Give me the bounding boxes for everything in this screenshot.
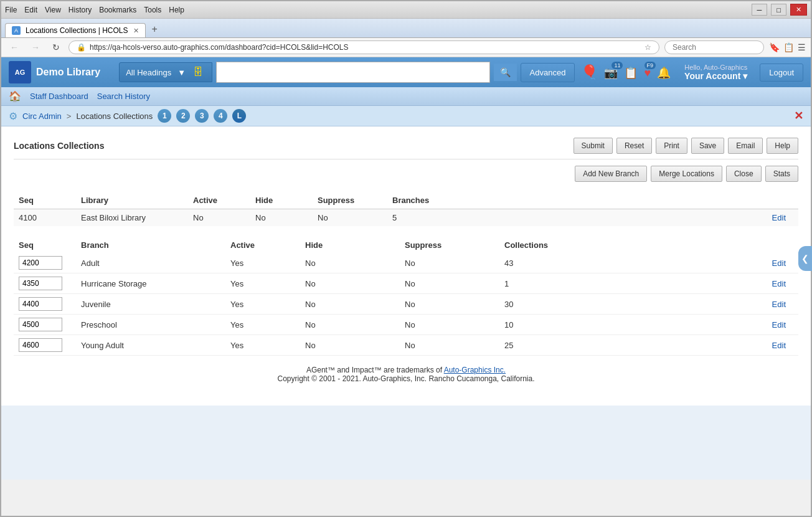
locations-collections-crumb: Locations Collections (76, 111, 153, 121)
main-library-row: 4100 East Biloxi Library No No No 5 Edit (14, 209, 798, 227)
search-input[interactable] (220, 68, 485, 77)
stats-btn[interactable]: Stats (765, 166, 798, 182)
sidebar-toggle-btn[interactable]: ❮ (798, 246, 812, 271)
step-2-btn[interactable]: 2 (176, 109, 190, 123)
list-icon-btn[interactable]: 📋 (624, 65, 638, 80)
menu-view[interactable]: View (45, 6, 61, 14)
branch-edit-btn-3[interactable]: Edit (772, 320, 786, 330)
app-logo: AG Demo Library (9, 61, 100, 83)
branch-col-active: Active (225, 237, 300, 253)
forward-btn[interactable]: → (27, 41, 44, 54)
breadcrumb-close-btn[interactable]: ✕ (794, 109, 803, 123)
window-maximize[interactable]: □ (771, 4, 786, 16)
menu-file[interactable]: File (5, 6, 17, 14)
your-account-btn[interactable]: Your Account ▾ (684, 71, 747, 81)
window-minimize[interactable]: ─ (752, 4, 768, 16)
reload-btn[interactable]: ↻ (49, 41, 64, 54)
active-tab[interactable]: A Locations Collections | HCOLS ✕ (5, 23, 146, 37)
add-new-branch-btn[interactable]: Add New Branch (575, 166, 647, 182)
branch-edit-btn-2[interactable]: Edit (772, 300, 786, 309)
branch-seq-input-4[interactable] (19, 338, 62, 352)
main-active: No (188, 209, 250, 227)
main-branches: 5 (387, 209, 450, 227)
window-close[interactable]: ✕ (790, 4, 807, 16)
menu-edit[interactable]: Edit (24, 6, 37, 14)
new-tab-btn[interactable]: + (147, 21, 163, 37)
branch-name-3: Preschool (76, 315, 225, 335)
help-btn[interactable]: Help (767, 138, 798, 154)
footer-company-link[interactable]: Auto-Graphics Inc. (444, 366, 506, 374)
browser-search-input[interactable] (664, 40, 764, 54)
branch-hide-4: No (300, 335, 400, 356)
merge-locations-btn[interactable]: Merge Locations (651, 166, 722, 182)
menu-history[interactable]: History (68, 6, 92, 14)
advanced-btn[interactable]: Advanced (521, 63, 575, 82)
branch-active-4: Yes (225, 335, 300, 356)
branch-edit-btn-1[interactable]: Edit (772, 279, 786, 288)
camera-icon-btn[interactable]: 📷 11 (604, 65, 618, 80)
bookmark-icon[interactable]: 🔖 (769, 42, 780, 52)
menu-tools[interactable]: Tools (144, 6, 161, 14)
branch-collections-0: 43 (499, 253, 574, 273)
search-area: All Headings ▼ 🗄 🔍 Advanced (119, 62, 575, 83)
home-icon[interactable]: 🏠 (9, 90, 21, 102)
submit-btn[interactable]: Submit (574, 138, 613, 154)
branch-active-0: Yes (225, 253, 300, 273)
step-l-btn[interactable]: L (232, 109, 246, 123)
save-btn[interactable]: Save (691, 138, 724, 154)
branch-edit-btn-4[interactable]: Edit (772, 341, 786, 350)
branch-seq-input-2[interactable] (19, 297, 62, 311)
branch-seq-input-0[interactable] (19, 256, 62, 270)
heading-select-btn[interactable]: All Headings ▼ 🗄 (119, 62, 212, 82)
branch-hide-1: No (300, 273, 400, 294)
step-3-btn[interactable]: 3 (195, 109, 209, 123)
branch-section: Seq Branch Active Hide Suppress Collecti… (14, 237, 798, 356)
menu-bookmarks[interactable]: Bookmarks (99, 6, 136, 14)
balloon-icon-btn[interactable]: 🎈 (581, 64, 598, 80)
step-4-btn[interactable]: 4 (214, 109, 227, 123)
address-text: https://qa-hcols-verso.auto-graphics.com… (90, 43, 641, 52)
star-icon[interactable]: ☆ (644, 43, 651, 52)
search-input-area[interactable] (216, 62, 489, 83)
main-edit-btn[interactable]: Edit (772, 213, 786, 222)
col-branches: Branches (387, 192, 450, 209)
browser-menu-icon[interactable]: ☰ (798, 42, 806, 52)
branch-active-3: Yes (225, 315, 300, 335)
heart-icon-btn[interactable]: ♥ F9 (644, 65, 651, 80)
circ-admin-crumb[interactable]: Circ Admin (22, 111, 62, 121)
branch-seq-input-3[interactable] (19, 318, 62, 331)
email-btn[interactable]: Email (728, 138, 763, 154)
header-icons: 🎈 📷 11 📋 ♥ F9 🔔 (581, 64, 671, 80)
search-history-link[interactable]: Search History (97, 92, 150, 101)
search-button[interactable]: 🔍 (494, 64, 517, 81)
branch-seq-input-1[interactable] (19, 277, 62, 290)
list-icon: 📋 (624, 67, 638, 79)
logo-img: AG (9, 61, 31, 83)
branch-col-edit-spacer (574, 237, 798, 253)
tab-close-btn[interactable]: ✕ (133, 27, 139, 35)
back-btn[interactable]: ← (6, 41, 22, 54)
top-btn-row: Submit Reset Print Save Email Help (574, 138, 798, 154)
step-1-btn[interactable]: 1 (158, 109, 171, 123)
reset-btn[interactable]: Reset (616, 138, 652, 154)
branch-active-2: Yes (225, 294, 300, 315)
app-title: Demo Library (36, 67, 100, 78)
address-bar[interactable]: 🔒 https://qa-hcols-verso.auto-graphics.c… (68, 40, 659, 54)
logout-btn[interactable]: Logout (760, 64, 803, 82)
branch-edit-btn-0[interactable]: Edit (772, 258, 786, 268)
branch-hide-0: No (300, 253, 400, 273)
branch-table: Seq Branch Active Hide Suppress Collecti… (14, 237, 798, 356)
bell-icon-btn[interactable]: 🔔 (657, 65, 671, 80)
browser-menu: File Edit View History Bookmarks Tools H… (5, 6, 184, 14)
heading-select-label: All Headings (126, 68, 171, 77)
col-seq: Seq (14, 192, 76, 209)
branch-suppress-3: No (400, 315, 499, 335)
menu-help[interactable]: Help (169, 6, 184, 14)
bell-icon: 🔔 (657, 67, 671, 79)
history-icon[interactable]: 📋 (783, 42, 794, 52)
close-btn[interactable]: Close (726, 166, 762, 182)
print-btn[interactable]: Print (656, 138, 687, 154)
staff-dashboard-link[interactable]: Staff Dashboard (30, 92, 88, 101)
branch-suppress-1: No (400, 273, 499, 294)
user-greeting: Hello, Auto-Graphics (684, 64, 747, 71)
